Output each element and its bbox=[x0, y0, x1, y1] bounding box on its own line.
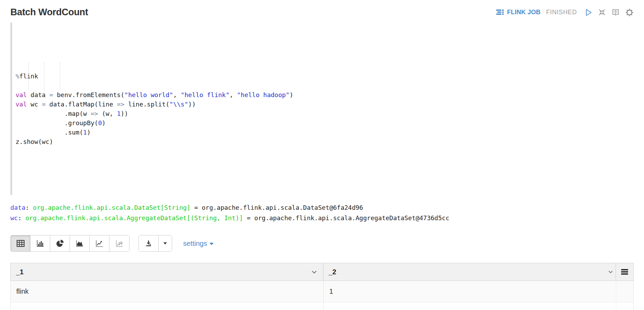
page-title: Batch WordCount bbox=[10, 7, 88, 18]
table-cell: 1 bbox=[323, 302, 616, 310]
code-token: = bbox=[50, 91, 53, 98]
pie-chart-button[interactable] bbox=[50, 235, 70, 251]
indent-guide bbox=[44, 62, 44, 91]
caret-down-icon bbox=[209, 243, 214, 245]
scatter-chart-button[interactable] bbox=[109, 235, 129, 251]
code-line: .map(w => (w, 1)) bbox=[16, 109, 634, 118]
code-line: val data = benv.fromElements("hello worl… bbox=[16, 90, 634, 100]
code-token: = org.apache.flink.api.scala.AggregateDa… bbox=[243, 214, 449, 222]
table-body: flink1hadoop1hello3world1 bbox=[10, 281, 634, 310]
result-table: _1 _2 flink1hadoop1hello3world1 bbox=[10, 263, 634, 310]
code-line: val wc = data.flatMap(line => line.split… bbox=[16, 100, 634, 109]
table-view-button[interactable] bbox=[11, 235, 30, 251]
pie-chart-icon bbox=[56, 239, 64, 248]
chevron-down-icon[interactable] bbox=[608, 270, 613, 274]
code-token: line.split( bbox=[124, 101, 169, 108]
code-line: wc: org.apache.flink.api.scala.Aggregate… bbox=[10, 213, 634, 223]
caret-down-icon bbox=[163, 242, 167, 244]
download-options-button[interactable] bbox=[159, 235, 172, 251]
table-icon bbox=[17, 240, 25, 247]
column-header-2[interactable]: _2 bbox=[323, 263, 616, 281]
download-button[interactable] bbox=[139, 235, 159, 251]
code-token: .map(w bbox=[16, 110, 91, 117]
scatter-chart-icon bbox=[115, 239, 124, 248]
table-header-row: _1 _2 bbox=[10, 263, 634, 281]
indent-guide bbox=[28, 62, 29, 91]
paragraph-output: data: org.apache.flink.api.scala.DataSet… bbox=[10, 203, 634, 223]
code-token: )) bbox=[188, 101, 196, 108]
column-header-1[interactable]: _1 bbox=[11, 263, 323, 281]
code-token: z.show(wc) bbox=[16, 138, 53, 145]
code-token: % bbox=[16, 72, 19, 80]
status-badge: FINISHED bbox=[546, 9, 577, 16]
code-line: data: org.apache.flink.api.scala.DataSet… bbox=[10, 203, 634, 213]
play-icon bbox=[585, 9, 592, 16]
code-token: "hello flink" bbox=[181, 91, 230, 98]
line-chart-button[interactable] bbox=[90, 235, 109, 251]
area-chart-button[interactable] bbox=[70, 235, 90, 251]
code-token: "hello hadoop" bbox=[237, 91, 289, 98]
book-icon bbox=[611, 8, 620, 16]
collapse-button[interactable] bbox=[598, 8, 606, 16]
download-group bbox=[138, 235, 172, 252]
code-token: => bbox=[117, 101, 125, 108]
code-token: wc bbox=[10, 214, 18, 222]
code-token: val bbox=[16, 101, 27, 108]
code-token: : bbox=[25, 204, 33, 211]
area-chart-icon bbox=[75, 239, 84, 248]
zeppelin-paragraph: Batch WordCount FLINK JOB FINISHED bbox=[0, 0, 644, 310]
show-editor-button[interactable] bbox=[611, 8, 620, 16]
run-button[interactable] bbox=[585, 9, 592, 16]
gear-icon bbox=[625, 8, 634, 17]
paragraph-settings-button[interactable] bbox=[625, 8, 634, 17]
code-token: 0 bbox=[98, 119, 102, 127]
code-token: => bbox=[91, 110, 98, 117]
code-token: "\\s" bbox=[169, 101, 188, 108]
result-toolbar: settings bbox=[10, 235, 634, 252]
settings-dropdown[interactable]: settings bbox=[183, 240, 214, 248]
code-editor[interactable]: %flink val data = benv.fromElements("hel… bbox=[10, 23, 634, 195]
paragraph-header: Batch WordCount FLINK JOB FINISHED bbox=[0, 0, 644, 18]
column-label: _2 bbox=[329, 268, 336, 276]
code-line: .sum(1) bbox=[16, 128, 634, 137]
table-cell: flink bbox=[11, 287, 323, 295]
download-icon bbox=[144, 239, 153, 248]
table-cell bbox=[616, 302, 633, 310]
menu-icon bbox=[621, 269, 628, 275]
paragraph-controls: FLINK JOB FINISHED bbox=[496, 8, 634, 17]
code-token: ) bbox=[87, 129, 91, 136]
code-token: 1 bbox=[117, 110, 121, 117]
table-menu-button[interactable] bbox=[616, 263, 633, 281]
shrink-icon bbox=[598, 8, 606, 16]
code-token: 1 bbox=[83, 129, 87, 136]
code-line: %flink bbox=[16, 71, 634, 81]
code-token: , bbox=[230, 91, 237, 98]
code-token: ) bbox=[102, 119, 106, 127]
code-token: data bbox=[10, 204, 25, 211]
code-token: "hello world" bbox=[124, 91, 173, 98]
column-label: _1 bbox=[16, 268, 24, 276]
code-token: , bbox=[173, 91, 181, 98]
bar-chart-button[interactable] bbox=[30, 235, 50, 251]
flink-job-link[interactable]: FLINK JOB bbox=[496, 9, 540, 16]
code-line bbox=[16, 81, 634, 90]
indent-guide bbox=[60, 62, 60, 91]
code-token: ) bbox=[289, 91, 293, 98]
code-token: .sum( bbox=[16, 129, 83, 136]
chevron-down-icon[interactable] bbox=[312, 270, 317, 274]
table-cell: 1 bbox=[323, 281, 616, 302]
code-token: org.apache.flink.api.scala.DataSet[Strin… bbox=[33, 204, 190, 211]
chart-type-group bbox=[10, 235, 129, 252]
code-token: benv.fromElements( bbox=[53, 91, 124, 98]
job-label: FLINK JOB bbox=[507, 9, 540, 16]
table-row: hadoop1 bbox=[11, 302, 633, 310]
settings-label: settings bbox=[183, 240, 207, 248]
code-line: .groupBy(0) bbox=[16, 118, 634, 128]
code-token: flink bbox=[19, 72, 38, 80]
line-chart-icon bbox=[95, 239, 104, 248]
code-line: z.show(wc) bbox=[16, 137, 634, 146]
code-token: val bbox=[16, 91, 27, 98]
table-row: flink1 bbox=[11, 281, 633, 302]
code-token: wc bbox=[27, 101, 42, 108]
code-lines: %flink val data = benv.fromElements("hel… bbox=[16, 71, 634, 146]
